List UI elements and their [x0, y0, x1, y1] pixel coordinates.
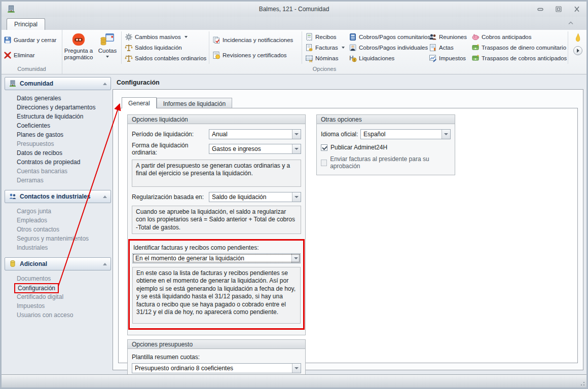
sidebar-item-presupuestos[interactable]: Presupuestos — [5, 139, 111, 148]
tab-informes-liquidacion[interactable]: Informes de liquidación — [157, 98, 232, 108]
window-title: Balmes, 121 - Comunidad — [2, 6, 586, 13]
sidebar-group-adicional[interactable]: Adicional — [5, 257, 111, 270]
identificar-label: Identificar facturas y recibos como pend… — [133, 244, 301, 251]
periodo-label: Período de liquidación: — [132, 131, 209, 138]
groupbox-opciones-liquidacion: Opciones liquidación Período de liquidac… — [127, 114, 306, 335]
title-bar: Balmes, 121 - Comunidad — [2, 2, 586, 17]
cobros-individuales-button[interactable]: Cobros/Pagos individuales — [347, 42, 427, 53]
reuniones-button[interactable]: Reuniones — [427, 31, 469, 42]
chevron-up-icon — [103, 263, 107, 265]
ribbon-group-label-opciones: Opciones — [62, 65, 586, 74]
saldos-contables-button[interactable]: Saldos contables ordinarios — [123, 53, 208, 63]
regularizacion-help-text: Cuando se apruebe la liquidación, el sal… — [132, 206, 301, 234]
recibos-button[interactable]: Recibos — [303, 31, 347, 42]
nominas-button[interactable]: H Nóminas — [303, 53, 347, 63]
periodo-combobox[interactable]: Anual — [209, 129, 301, 139]
sidebar-group-comunidad[interactable]: Comunidad — [5, 77, 111, 90]
sidebar-item-contratos[interactable]: Contratos de propiedad — [5, 158, 111, 167]
save-close-button[interactable]: Guardar y cerrar — [2, 34, 62, 45]
groupbox-opciones-presupuesto-title: Opciones presupuesto — [128, 340, 305, 349]
delete-button[interactable]: Eliminar — [2, 50, 62, 61]
combo-arrow-icon[interactable] — [442, 130, 450, 139]
cuotas-label: Cuotas — [98, 48, 117, 54]
sidebar-item-datos-generales[interactable]: Datos generales — [5, 94, 111, 103]
liquidaciones-button[interactable]: H€ Liquidaciones — [347, 53, 427, 63]
close-button[interactable] — [570, 5, 583, 14]
groupbox-otras-opciones: Otras opciones Idioma oficial: Español — [316, 114, 455, 175]
cobros-comunitarios-button[interactable]: Cobros/Pagos comunitarios — [347, 31, 427, 42]
save-close-label: Guardar y cerrar — [14, 37, 56, 43]
publicar-adminet-checkbox[interactable] — [321, 144, 327, 151]
traspasos-cobros-label: Traspasos de cobros anticipados — [482, 55, 567, 61]
sidebar-item-cuentas-bancarias[interactable]: Cuentas bancarias — [5, 167, 111, 176]
pregunta-pragmatico-button[interactable]: Pregunta a pragmático — [62, 30, 95, 65]
ribbon-group-comunidad: Guardar y cerrar Eliminar Comunidad — [2, 30, 62, 74]
forma-combobox[interactable]: Gastos e ingresos — [209, 144, 301, 154]
sidebar-item-usuarios[interactable]: Usuarios con acceso — [5, 310, 111, 320]
sidebar: Comunidad Datos generales Direcciones y … — [5, 76, 111, 374]
ribbon: Guardar y cerrar Eliminar Comunidad Preg… — [2, 30, 586, 74]
enviar-facturas-checkbox[interactable] — [321, 160, 327, 166]
sidebar-item-impuestos[interactable]: Impuestos — [5, 301, 111, 310]
money-transfer-icon — [471, 54, 480, 62]
sidebar-item-documentos[interactable]: Documentos — [5, 274, 111, 283]
tab-general[interactable]: General — [122, 97, 157, 108]
chevron-up-icon — [103, 83, 107, 85]
combo-arrow-icon[interactable] — [292, 192, 301, 202]
content-area: Comunidad Datos generales Direcciones y … — [2, 74, 586, 374]
combo-arrow-icon[interactable] — [291, 254, 300, 263]
facturas-button[interactable]: Facturas — [303, 42, 347, 53]
sidebar-item-industriales[interactable]: Industriales — [5, 243, 111, 252]
combo-arrow-icon[interactable] — [292, 144, 301, 153]
application-window: Balmes, 121 - Comunidad Principal Guarda… — [0, 0, 588, 389]
regularizacion-label: Regularización basada en: — [132, 193, 209, 201]
combo-arrow-icon[interactable] — [292, 130, 301, 139]
sidebar-item-certificado[interactable]: Certificado digital — [5, 292, 111, 301]
regularizacion-value: Saldo de liquidación — [209, 193, 292, 201]
impuestos-button[interactable]: Impuestos — [427, 53, 469, 63]
sidebar-item-planes-gastos[interactable]: Planes de gastos — [5, 130, 111, 139]
cambios-masivos-label: Cambios masivos — [135, 34, 181, 40]
revisiones-button[interactable]: Revisiones y certificados — [210, 50, 301, 61]
sidebar-item-derramas[interactable]: Derramas — [5, 176, 111, 185]
minimize-button[interactable] — [534, 5, 547, 14]
sidebar-item-configuracion[interactable]: Configuración — [5, 283, 111, 292]
tab-principal[interactable]: Principal — [7, 18, 45, 30]
idioma-combobox[interactable]: Español — [360, 129, 451, 139]
combo-arrow-icon[interactable] — [292, 364, 301, 373]
person-payment-icon — [349, 44, 357, 52]
sidebar-item-estructura[interactable]: Estructura de liquidación — [5, 112, 111, 121]
actas-button[interactable]: Actas — [427, 42, 469, 53]
sidebar-item-coeficientes[interactable]: Coeficientes — [5, 121, 111, 130]
idioma-label: Idioma oficial: — [321, 131, 360, 138]
sidebar-item-seguros[interactable]: Seguros y mantenimientos — [5, 234, 111, 243]
forma-help-text: A partir del presupuesto se generan cuot… — [132, 160, 301, 187]
tab-page-general: Opciones liquidación Período de liquidac… — [118, 108, 578, 363]
sidebar-group-contactos[interactable]: Contactos e industriales — [5, 190, 111, 203]
building-icon — [9, 80, 17, 88]
svg-text:H: H — [310, 58, 313, 62]
sidebar-item-cargos-junta[interactable]: Cargos junta — [5, 207, 111, 216]
saldos-liquidacion-button[interactable]: Saldos liquidación — [123, 42, 208, 53]
traspasos-dinero-button[interactable]: Traspasos de dinero comunitario — [469, 42, 567, 53]
ribbon-scroll-right-button[interactable] — [573, 46, 582, 55]
incidencias-button[interactable]: Incidencias y notificaciones — [210, 34, 301, 45]
cuotas-button[interactable]: Cuotas — [95, 30, 120, 65]
cambios-masivos-button[interactable]: Cambios masivos — [123, 31, 208, 42]
resize-grip[interactable] — [579, 380, 585, 386]
sidebar-item-otros-contactos[interactable]: Otros contactos — [5, 225, 111, 234]
traspasos-cobros-button[interactable]: Traspasos de cobros anticipados — [469, 53, 567, 63]
payroll-grid-icon: H — [305, 54, 313, 62]
periodo-value: Anual — [209, 131, 292, 138]
plantilla-combobox[interactable]: Presupuesto ordinario 8 coeficientes — [132, 363, 301, 373]
restore-button[interactable] — [552, 5, 565, 14]
sidebar-item-datos-recibos[interactable]: Datos de recibos — [5, 148, 111, 158]
cobros-anticipados-button[interactable]: Cobros anticipados — [469, 31, 567, 42]
identificar-combobox[interactable]: En el momento de generar la liquidación — [132, 253, 301, 263]
groupbox-otras-opciones-title: Otras opciones — [317, 115, 455, 124]
ribbon-collapse-icon[interactable] — [567, 18, 574, 27]
sidebar-item-empleados[interactable]: Empleados — [5, 216, 111, 225]
sidebar-item-direcciones[interactable]: Direcciones y departamentos — [5, 103, 111, 112]
regularizacion-combobox[interactable]: Saldo de liquidación — [209, 192, 301, 202]
plantilla-value: Presupuesto ordinario 8 coeficientes — [132, 365, 292, 372]
